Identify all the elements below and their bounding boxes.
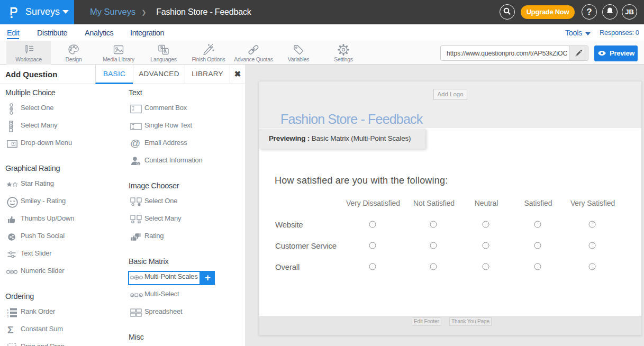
svg-text:1: 1 [7, 308, 9, 312]
svg-text:3: 3 [7, 315, 9, 317]
